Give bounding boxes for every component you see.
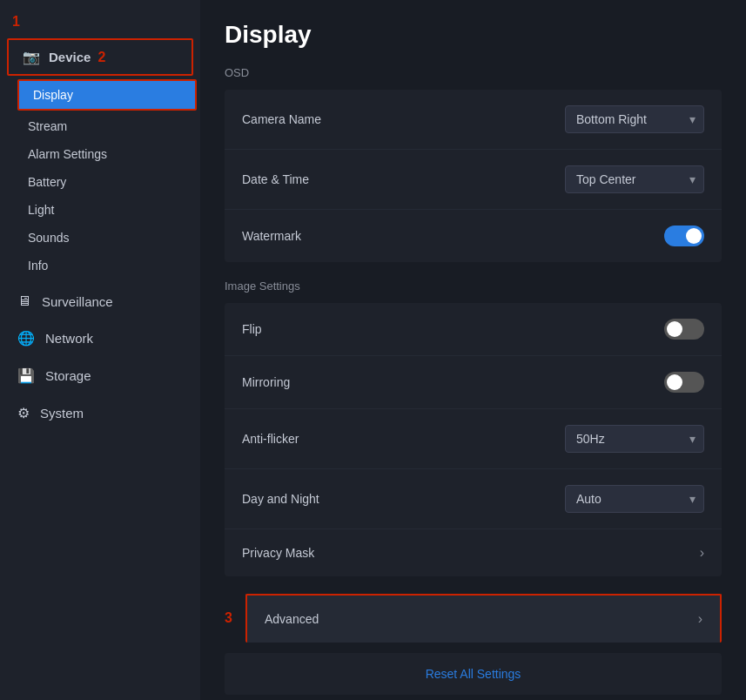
- camera-name-dropdown[interactable]: Bottom Right Top Left Top Center Top Rig…: [565, 105, 704, 133]
- device-icon: 📷: [23, 49, 40, 65]
- watermark-row: Watermark: [225, 210, 722, 262]
- advanced-row[interactable]: Advanced ›: [245, 594, 722, 643]
- sidebar: 1 📷 Device 2 Display Stream Alarm Settin…: [0, 0, 200, 700]
- annotation-2: 2: [97, 50, 105, 65]
- sidebar-item-battery[interactable]: Battery: [14, 168, 200, 196]
- sidebar-item-alarm[interactable]: Alarm Settings: [14, 140, 200, 168]
- day-night-label: Day and Night: [242, 492, 319, 506]
- sidebar-item-system[interactable]: ⚙ System: [0, 394, 200, 432]
- device-label: Device: [49, 50, 91, 64]
- anti-flicker-row: Anti-flicker 50Hz 60Hz Off: [225, 409, 722, 469]
- device-section: 📷 Device 2 Display Stream Alarm Settings…: [0, 35, 200, 279]
- device-header[interactable]: 📷 Device 2: [7, 38, 193, 76]
- camera-name-label: Camera Name: [242, 112, 321, 126]
- watermark-label: Watermark: [242, 229, 301, 243]
- image-settings-card: Flip Mirroring Anti-flicker 50Hz 60Hz Of…: [225, 303, 722, 576]
- anti-flicker-dropdown-wrapper: 50Hz 60Hz Off: [565, 425, 704, 453]
- camera-name-dropdown-wrapper: Bottom Right Top Left Top Center Top Rig…: [565, 105, 704, 133]
- storage-label: Storage: [45, 368, 91, 383]
- date-time-row: Date & Time Top Center Top Left Top Righ…: [225, 150, 722, 210]
- privacy-mask-label: Privacy Mask: [242, 546, 314, 560]
- flip-row: Flip: [225, 303, 722, 356]
- annotation-3: 3: [225, 610, 239, 626]
- advanced-container: 3 Advanced ›: [225, 594, 722, 643]
- mirroring-toggle[interactable]: [664, 372, 704, 393]
- sidebar-item-stream[interactable]: Stream: [14, 112, 200, 140]
- annotation-1: 1: [0, 9, 200, 35]
- page-title: Display: [225, 21, 722, 49]
- sidebar-item-display[interactable]: Display: [17, 79, 197, 111]
- sidebar-item-info[interactable]: Info: [14, 252, 200, 279]
- date-time-dropdown-wrapper: Top Center Top Left Top Right Bottom Lef…: [565, 165, 704, 193]
- date-time-dropdown[interactable]: Top Center Top Left Top Right Bottom Lef…: [565, 165, 704, 193]
- main-content: Display OSD Camera Name Bottom Right Top…: [200, 0, 746, 700]
- network-label: Network: [45, 331, 93, 346]
- advanced-label: Advanced: [265, 612, 319, 626]
- surveillance-label: Surveillance: [42, 294, 113, 309]
- mirroring-row: Mirroring: [225, 356, 722, 409]
- day-night-row: Day and Night Auto Day Night: [225, 469, 722, 529]
- day-night-dropdown-wrapper: Auto Day Night: [565, 485, 704, 513]
- network-icon: 🌐: [17, 330, 35, 347]
- system-label: System: [40, 406, 84, 421]
- image-settings-label: Image Settings: [225, 279, 722, 293]
- anti-flicker-label: Anti-flicker: [242, 432, 299, 446]
- storage-icon: 💾: [17, 367, 35, 384]
- date-time-label: Date & Time: [242, 172, 309, 186]
- system-icon: ⚙: [17, 405, 30, 421]
- surveillance-icon: 🖥: [17, 293, 31, 309]
- osd-card: Camera Name Bottom Right Top Left Top Ce…: [225, 90, 722, 262]
- sidebar-item-sounds[interactable]: Sounds: [14, 224, 200, 252]
- reset-label: Reset All Settings: [426, 667, 521, 681]
- privacy-mask-row[interactable]: Privacy Mask ›: [225, 529, 722, 576]
- reset-row[interactable]: Reset All Settings: [225, 653, 722, 695]
- sidebar-item-light[interactable]: Light: [14, 196, 200, 224]
- advanced-arrow-icon: ›: [698, 611, 702, 627]
- anti-flicker-dropdown[interactable]: 50Hz 60Hz Off: [565, 425, 704, 453]
- watermark-toggle[interactable]: [664, 225, 704, 246]
- osd-section-label: OSD: [225, 66, 722, 79]
- sidebar-item-network[interactable]: 🌐 Network: [0, 320, 200, 357]
- privacy-mask-arrow-icon: ›: [700, 545, 704, 561]
- flip-label: Flip: [242, 322, 262, 336]
- sidebar-item-storage[interactable]: 💾 Storage: [0, 357, 200, 394]
- mirroring-label: Mirroring: [242, 375, 290, 389]
- device-sub-items: Display Stream Alarm Settings Battery Li…: [0, 79, 200, 279]
- flip-toggle[interactable]: [664, 319, 704, 340]
- sidebar-item-surveillance[interactable]: 🖥 Surveillance: [0, 283, 200, 320]
- camera-name-row: Camera Name Bottom Right Top Left Top Ce…: [225, 90, 722, 150]
- day-night-dropdown[interactable]: Auto Day Night: [565, 485, 704, 513]
